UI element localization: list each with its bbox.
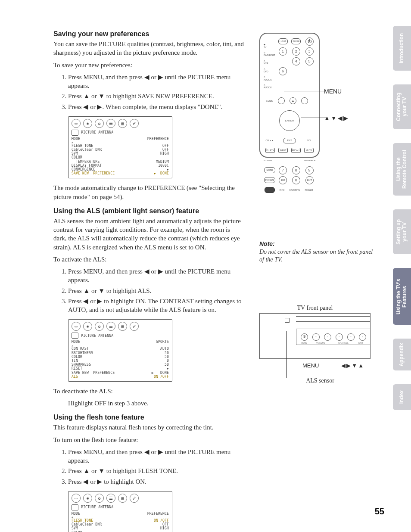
- osd-icon: ☍: [130, 494, 139, 503]
- steps-save-pref: Press MENU, and then press ◀ or ▶ until …: [53, 73, 245, 111]
- para: To activate the ALS:: [53, 255, 245, 264]
- osd-icon: ▦: [118, 322, 127, 331]
- osd-icon: ✺: [83, 494, 92, 503]
- tab-index[interactable]: Index: [393, 384, 411, 410]
- als-sensor-icon: [285, 318, 290, 323]
- chapter-tabs: Introduction Connecting your TV Using th…: [393, 26, 411, 410]
- para: Highlight OFF in step 3 above.: [68, 399, 245, 408]
- osd-icon: ▭: [72, 119, 81, 128]
- para: You can save the PICTURE qualities (cont…: [53, 40, 245, 57]
- step: Press MENU, and then press ◀ or ▶ until …: [68, 448, 245, 465]
- osd-icon: ✪: [95, 322, 104, 331]
- para: ALS senses the room ambient light and au…: [53, 217, 245, 252]
- osd-menu-1: ▭ ✺ ✪ ☰ ▦ ☍ PICTURE ANTENNA MODEPREFEREN…: [68, 116, 172, 179]
- front-panel-box: ⦿ ◦◦ ◦◦ ◦ MENU VOLUME CHANNEL EXIT: [259, 313, 371, 359]
- menu-leader-line: [284, 91, 328, 91]
- main-column: Saving your new preferences You can save…: [53, 30, 245, 532]
- remote-menu-label: MENU: [324, 88, 342, 95]
- osd-icon: ☰: [106, 322, 115, 331]
- menu-button[interactable]: [265, 187, 275, 193]
- para: To save your new preferences:: [53, 61, 245, 69]
- osd-icon: ☍: [130, 119, 139, 128]
- front-panel-figure: TV front panel ⦿ ◦◦ ◦◦ ◦ MENU VOLUME CHA…: [259, 305, 371, 384]
- tab-remote[interactable]: Using the Remote Control: [393, 143, 411, 196]
- heading-save-pref: Saving your new preferences: [53, 30, 245, 38]
- osd-icon: ☰: [106, 494, 115, 503]
- osd-menu-2: ▭ ✺ ✪ ☰ ▦ ☍ PICTURE ANTENNA MODESPORTS ▲…: [68, 319, 172, 382]
- tab-introduction[interactable]: Introduction: [393, 26, 411, 71]
- side-column: ◆TV ◇CABLE/SAT ◇VCR ◇DVD ◇AUDIO1 ◇AUDIO2…: [259, 30, 376, 532]
- power-icon: ⏻: [305, 37, 314, 46]
- step: Press ▲ or ▼ to highlight SAVE NEW PREFE…: [68, 92, 245, 100]
- osd-icon: ▦: [118, 119, 127, 128]
- osd-icon: ✺: [83, 322, 92, 331]
- osd-menu-3: ▭ ✺ ✪ ☰ ▦ ☍ PICTURE ANTENNA MODEPREFEREN…: [68, 491, 172, 532]
- step: Press ◀ or ▶ to highlight ON. The CONTRA…: [68, 297, 245, 314]
- para: To deactivate the ALS:: [53, 387, 245, 395]
- steps-fleshtone: Press MENU, and then press ◀ or ▶ until …: [53, 448, 245, 486]
- step: Press ◀ or ▶ to highlight ON.: [68, 477, 245, 486]
- heading-als: Using the ALS (ambient light sensor) fea…: [53, 207, 245, 215]
- osd-title: PICTURE ANTENNA: [81, 505, 113, 509]
- osd-title: PICTURE ANTENNA: [81, 334, 113, 338]
- dpad-leader-line: [301, 118, 328, 118]
- heading-fleshtone: Using the flesh tone feature: [53, 414, 245, 421]
- para: This feature displays natural flesh tone…: [53, 423, 245, 432]
- step: Press MENU, and then press ◀ or ▶ until …: [68, 267, 245, 285]
- osd-icon: ✪: [95, 494, 104, 503]
- osd-icon: ✺: [83, 119, 92, 128]
- front-panel-arrows-label: ◀▶▼▲: [341, 362, 364, 369]
- page-number: 55: [375, 507, 384, 516]
- osd-title: PICTURE ANTENNA: [81, 131, 113, 134]
- tab-features[interactable]: Using the TV's Features: [393, 268, 411, 325]
- osd-icon: ▭: [72, 494, 81, 503]
- osd-icon: ✪: [95, 119, 104, 128]
- tab-appendix[interactable]: Appendix: [393, 339, 411, 370]
- remote-outline: ◆TV ◇CABLE/SAT ◇VCR ◇DVD ◇AUDIO1 ◇AUDIO2…: [259, 33, 320, 158]
- step: Press ◀ or ▶. When complete, the menu di…: [68, 103, 245, 111]
- note-body: Do not cover the ALS sensor on the front…: [259, 248, 376, 263]
- front-panel-caption: TV front panel: [259, 305, 371, 311]
- step: Press MENU, and then press ◀ or ▶ until …: [68, 73, 245, 90]
- enter-ring[interactable]: ENTER: [279, 110, 300, 131]
- tab-connecting[interactable]: Connecting your TV: [393, 84, 411, 129]
- front-panel-menu-label: MENU: [302, 362, 319, 369]
- steps-als: Press MENU, and then press ◀ or ▶ until …: [53, 267, 245, 314]
- step: Press ▲ or ▼ to highlight FLESH TONE.: [68, 467, 245, 475]
- osd-icon: ▭: [72, 322, 81, 331]
- panel-menu-button[interactable]: ⦿: [301, 333, 308, 341]
- remote-figure: ◆TV ◇CABLE/SAT ◇VCR ◇DVD ◇AUDIO1 ◇AUDIO2…: [259, 33, 376, 158]
- als-leader-line: [286, 331, 287, 378]
- para: To turn on the flesh tone feature:: [53, 436, 245, 444]
- osd-icon: ▦: [118, 494, 127, 503]
- step: Press ▲ or ▼ to highlight ALS.: [68, 286, 245, 295]
- para: The mode automatically change to PREFERE…: [53, 184, 245, 201]
- note-heading: Note:: [259, 240, 376, 247]
- osd-icon: ☰: [106, 119, 115, 128]
- remote-dpad-label: ▲▼◀▶: [324, 115, 349, 121]
- tab-setup[interactable]: Setting up your TV: [393, 209, 411, 254]
- als-sensor-label: ALS sensor: [270, 377, 371, 384]
- osd-icon: ☍: [130, 322, 139, 331]
